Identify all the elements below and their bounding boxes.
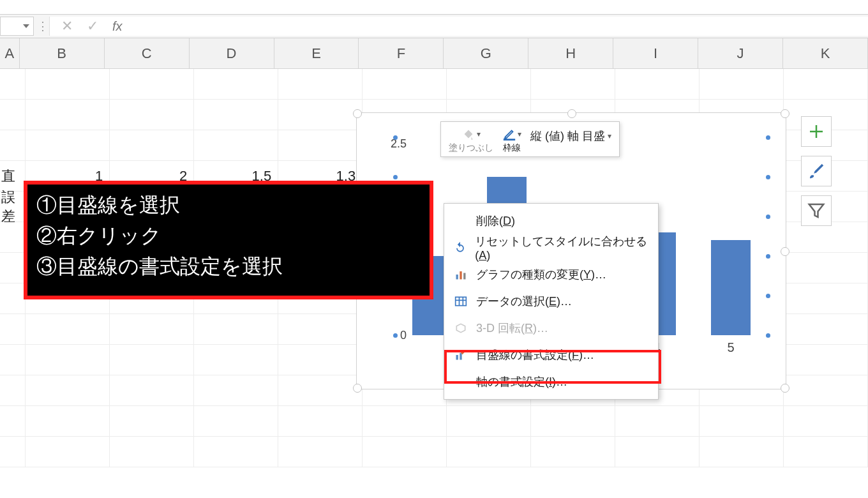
chevron-down-icon: ▾ [608,132,611,140]
mini-toolbar: ▾ 塗りつぶし ▾ 枠線 縦 (値) 軸 目盛 ▾ [440,121,620,157]
cancel-icon[interactable]: ✕ [61,18,73,34]
col-label: K [821,45,830,62]
col-label: G [481,45,491,62]
chart-element-selector[interactable]: 縦 (値) 軸 目盛 ▾ [528,124,614,147]
col-header[interactable]: A [0,38,20,69]
chart-elements-button[interactable] [801,116,832,147]
chart-styles-button[interactable] [801,156,832,186]
col-label: D [227,45,237,62]
cell[interactable]: 誤差 [0,192,26,222]
svg-rect-0 [504,139,515,140]
menu-label: グラフの種類の変更(Y)… [476,267,606,282]
menu-select-data[interactable]: データの選択(E)… [444,288,658,315]
menu-label: 3-D 回転(R)… [476,321,548,336]
chart-action-buttons [801,116,832,226]
instruction-line: ③目盛線の書式設定を選択 [36,251,421,282]
col-header[interactable]: E [274,38,359,69]
enter-icon[interactable]: ✓ [87,18,98,34]
chart-handle[interactable] [353,384,362,393]
cell-value: 誤差 [1,188,19,226]
instruction-overlay: ①目盛線を選択 ②右クリック ③目盛線の書式設定を選択 [24,181,433,299]
chart-handle[interactable] [353,109,362,118]
bar[interactable] [711,240,751,335]
menu-label: 削除(D) [476,213,515,229]
col-header[interactable]: G [444,38,528,69]
chart-handle[interactable] [567,109,576,118]
col-label: B [57,45,66,62]
menu-label: 目盛線の書式設定(F)… [476,347,594,363]
menu-format-gridlines[interactable]: 目盛線の書式設定(F)… [444,342,658,368]
svg-rect-8 [456,355,458,360]
formula-input[interactable] [134,17,868,36]
gridline-handle[interactable] [766,294,770,298]
fill-label: 塗りつぶし [449,142,493,154]
svg-rect-9 [460,353,461,360]
instruction-line: ②右クリック [36,220,421,251]
menu-change-chart-type[interactable]: グラフの種類の変更(Y)… [444,261,658,288]
column-headers: A B C D E F G H I J K [0,38,868,69]
col-label: A [5,45,15,62]
chevron-down-icon: ▾ [477,130,481,139]
gridline-handle[interactable] [393,175,398,179]
chart-handle[interactable] [781,384,789,393]
gridline-handle[interactable] [393,135,398,140]
col-header[interactable]: K [783,38,868,69]
col-label: J [737,45,744,62]
chevron-down-icon [23,23,29,29]
fx-label[interactable]: fx [112,19,123,34]
svg-rect-4 [456,297,467,305]
menu-reset-style[interactable]: リセットしてスタイルに合わせる(A) [444,234,658,261]
instruction-line: ①目盛線を選択 [36,190,421,220]
gridline-handle[interactable] [766,333,770,338]
selector-value: 縦 (値) 軸 目盛 [530,128,605,144]
col-label: I [654,45,657,62]
col-header[interactable]: F [359,38,444,69]
col-header[interactable]: I [613,38,698,69]
col-label: E [311,45,321,62]
col-header[interactable]: C [105,38,190,69]
col-label: F [397,45,405,62]
chart-handle[interactable] [781,247,789,256]
chart-handle[interactable] [781,109,789,118]
context-menu: 削除(D) リセットしてスタイルに合わせる(A) グラフの種類の変更(Y)… デ… [444,203,659,400]
cell-value: 直 [1,167,15,186]
chevron-down-icon: ▾ [518,130,521,139]
menu-label: データの選択(E)… [476,294,572,309]
formula-bar-drag-icon: ⋮ [36,15,49,38]
reset-icon [454,241,467,254]
formula-bar: ⋮ ✕ ✓ fx [0,14,868,38]
col-label: H [565,45,576,62]
svg-rect-3 [463,273,465,280]
col-header[interactable]: D [190,38,274,69]
bucket-icon [461,127,475,141]
col-header[interactable]: B [20,38,105,69]
menu-3d-rotation: 3-D 回転(R)… [444,315,658,342]
name-box[interactable] [0,17,34,36]
menu-label: 軸の書式設定(I)… [476,374,567,389]
cube-icon [454,322,467,335]
menu-format-axis[interactable]: 軸の書式設定(I)… [444,368,658,395]
col-header[interactable]: H [528,38,613,69]
gridline-handle[interactable] [766,175,770,179]
gridline-handle[interactable] [393,333,398,338]
plus-icon [807,122,826,141]
chart-filter-button[interactable] [801,195,832,226]
col-label: C [142,45,152,62]
menu-label: リセットしてスタイルに合わせる(A) [475,234,649,262]
outline-button[interactable]: ▾ 枠線 [500,124,524,155]
svg-rect-2 [460,271,461,280]
gridline-handle[interactable] [766,215,770,219]
gridline-handle[interactable] [766,135,770,140]
table-icon [454,295,467,308]
chart-icon [454,268,467,281]
gridline-handle[interactable] [766,254,770,259]
x-tick-label: 5 [727,340,734,355]
svg-rect-1 [456,275,458,280]
menu-delete[interactable]: 削除(D) [444,207,658,234]
funnel-icon [807,201,826,220]
col-header[interactable]: J [698,38,783,69]
pen-icon [502,127,516,141]
outline-label: 枠線 [503,142,521,154]
fill-button: ▾ 塗りつぶし [446,124,496,155]
format-gridlines-icon [454,349,467,361]
